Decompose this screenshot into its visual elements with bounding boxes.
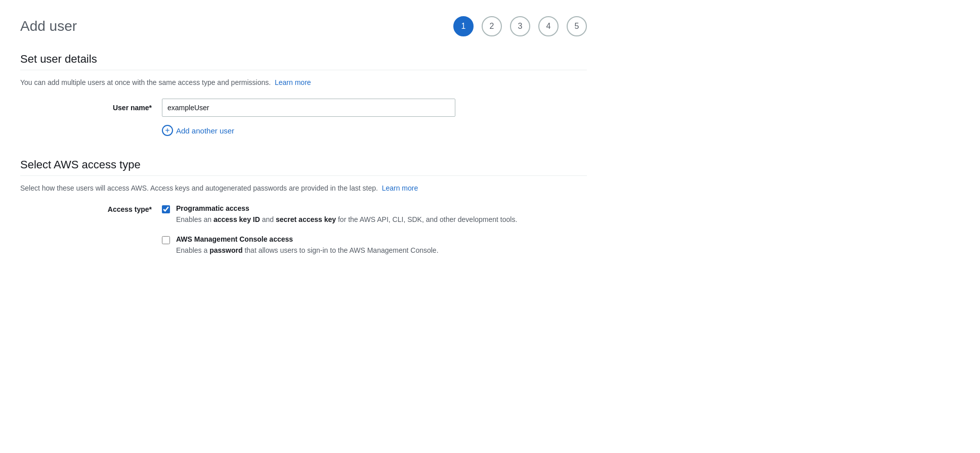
step-5[interactable]: 5: [567, 16, 587, 36]
username-input[interactable]: [162, 99, 455, 117]
access-type-description: Select how these users will access AWS. …: [20, 184, 587, 192]
section-divider-2: [20, 175, 587, 176]
console-access-title: AWS Management Console access: [176, 235, 517, 243]
set-user-details-section: Set user details You can add multiple us…: [20, 53, 587, 138]
step-indicator: 1 2 3 4 5: [453, 16, 587, 36]
programmatic-access-option: Programmatic access Enables an access ke…: [162, 204, 517, 225]
username-row: User name*: [20, 99, 587, 117]
set-user-details-learn-more[interactable]: Learn more: [275, 78, 311, 86]
section-divider-1: [20, 70, 587, 70]
set-user-details-title: Set user details: [20, 53, 587, 66]
access-type-section: Select AWS access type Select how these …: [20, 158, 587, 256]
step-2[interactable]: 2: [482, 16, 502, 36]
page-title: Add user: [20, 18, 77, 34]
page-container: Add user 1 2 3 4 5 Set user details You …: [0, 0, 607, 292]
plus-icon: +: [162, 125, 173, 136]
programmatic-access-description: Enables an access key ID and secret acce…: [176, 214, 517, 225]
set-user-details-description: You can add multiple users at once with …: [20, 78, 587, 86]
console-access-content: AWS Management Console access Enables a …: [176, 235, 517, 256]
step-3[interactable]: 3: [510, 16, 530, 36]
add-another-user-button[interactable]: + Add another user: [162, 123, 234, 138]
add-another-row: + Add another user: [20, 123, 587, 138]
page-header: Add user 1 2 3 4 5: [20, 16, 587, 36]
console-access-description: Enables a password that allows users to …: [176, 245, 517, 256]
access-type-row: Access type* Programmatic access Enables…: [20, 204, 587, 256]
step-1[interactable]: 1: [453, 16, 474, 36]
username-label: User name*: [81, 104, 162, 112]
console-access-option: AWS Management Console access Enables a …: [162, 235, 517, 256]
programmatic-access-title: Programmatic access: [176, 204, 517, 212]
access-type-learn-more[interactable]: Learn more: [382, 184, 418, 192]
access-type-title: Select AWS access type: [20, 158, 587, 171]
step-4[interactable]: 4: [538, 16, 559, 36]
access-options: Programmatic access Enables an access ke…: [162, 204, 517, 256]
access-type-label: Access type*: [81, 204, 162, 213]
programmatic-access-checkbox[interactable]: [162, 205, 170, 213]
programmatic-access-content: Programmatic access Enables an access ke…: [176, 204, 517, 225]
console-access-checkbox[interactable]: [162, 236, 170, 244]
